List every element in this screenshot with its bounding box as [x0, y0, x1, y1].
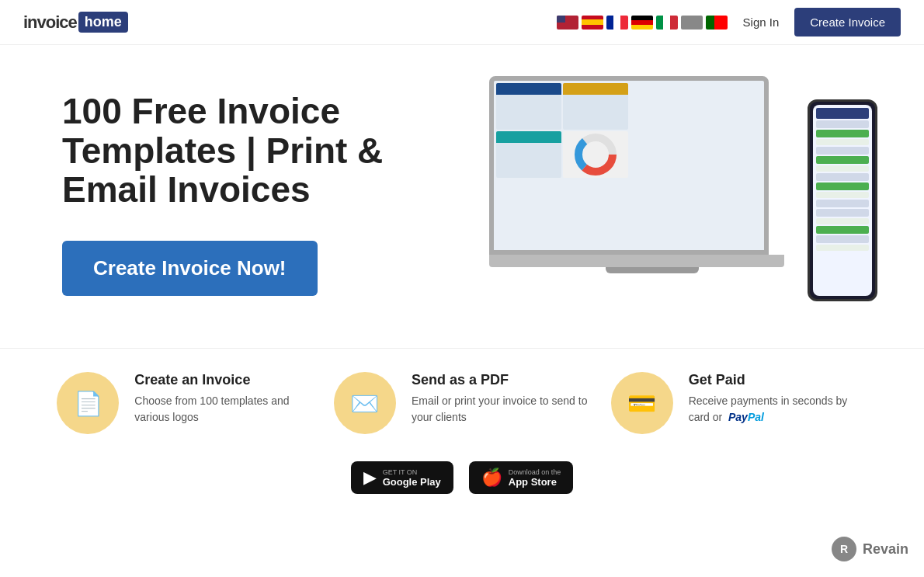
google-play-text: GET IT ON Google Play [383, 468, 441, 488]
header-right: Sign In Create Invoice [557, 8, 901, 36]
feature-send-desc: Email or print your invoice to send to y… [412, 393, 590, 426]
flag-it[interactable] [656, 16, 678, 30]
feature-paid-desc: Receive payments in seconds by card or P… [689, 393, 867, 426]
flag-es[interactable] [582, 16, 603, 30]
document-icon: 📄 [74, 390, 102, 417]
laptop-mockup [489, 76, 815, 301]
laptop-screen [489, 76, 769, 255]
hero-section: 100 Free Invoice Templates | Print & Ema… [0, 45, 924, 348]
invoice-chart [563, 131, 628, 178]
google-play-icon: ▶ [363, 468, 377, 488]
feature-send-text: Send as a PDF Email or print your invoic… [412, 372, 590, 426]
create-invoice-icon-circle: 📄 [57, 372, 119, 434]
feature-paid-title: Get Paid [689, 372, 867, 388]
wallet-icon: 💳 [627, 390, 656, 417]
laptop-stand [606, 267, 699, 273]
feature-create-desc: Choose from 100 templates and various lo… [134, 393, 313, 426]
apple-store-text: Download on the App Store [509, 468, 561, 488]
feature-paid-text: Get Paid Receive payments in seconds by … [689, 372, 867, 426]
feature-create-invoice: 📄 Create an Invoice Choose from 100 temp… [57, 372, 313, 434]
hero-left: 100 Free Invoice Templates | Print & Ema… [62, 76, 450, 296]
feature-send-title: Send as a PDF [412, 372, 590, 388]
hero-cta-button[interactable]: Create Invoice Now! [62, 241, 318, 296]
app-store-section: ▶ GET IT ON Google Play 🍎 Download on th… [0, 450, 924, 506]
logo-invoice-text: invoice [23, 12, 77, 33]
feature-send-pdf: ✉️ Send as a PDF Email or print your inv… [334, 372, 590, 434]
feature-get-paid: 💳 Get Paid Receive payments in seconds b… [611, 372, 867, 434]
revain-label: Revain [863, 541, 908, 558]
feature-create-title: Create an Invoice [134, 372, 313, 388]
flag-pt[interactable] [706, 16, 728, 30]
revain-icon: R [832, 537, 856, 561]
phone-screen [813, 105, 872, 296]
invoice-template-1 [496, 83, 561, 130]
features-section: 📄 Create an Invoice Choose from 100 temp… [0, 348, 924, 450]
send-pdf-icon-circle: ✉️ [334, 372, 396, 434]
revain-badge: R Revain [832, 537, 908, 561]
logo[interactable]: invoice home [23, 12, 128, 33]
language-flags [557, 16, 728, 30]
get-paid-icon-circle: 💳 [611, 372, 673, 434]
sign-in-link[interactable]: Sign In [743, 16, 780, 29]
invoice-template-2 [563, 83, 628, 130]
hero-right [474, 76, 877, 325]
paypal-text: PayPal [725, 411, 764, 423]
flag-de[interactable] [631, 16, 653, 30]
flag-xx[interactable] [681, 16, 703, 30]
phone-mockup [808, 99, 877, 301]
flag-fr[interactable] [606, 16, 628, 30]
laptop-base [489, 255, 784, 267]
apple-icon: 🍎 [481, 468, 502, 488]
logo-home-text: home [78, 12, 128, 33]
envelope-icon: ✉️ [350, 390, 379, 417]
hero-title: 100 Free Invoice Templates | Print & Ema… [62, 92, 450, 210]
create-invoice-header-button[interactable]: Create Invoice [794, 8, 901, 36]
apple-store-badge[interactable]: 🍎 Download on the App Store [469, 461, 574, 494]
main-header: invoice home Sign In Create Invoice [0, 0, 924, 45]
invoice-template-3 [496, 131, 561, 178]
feature-create-text: Create an Invoice Choose from 100 templa… [134, 372, 313, 426]
flag-us[interactable] [557, 16, 578, 30]
google-play-badge[interactable]: ▶ GET IT ON Google Play [351, 461, 453, 494]
